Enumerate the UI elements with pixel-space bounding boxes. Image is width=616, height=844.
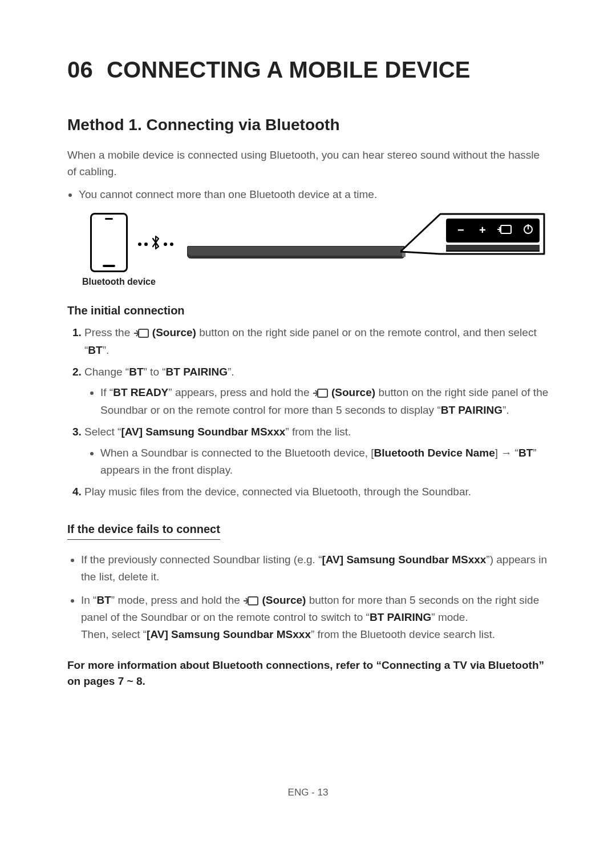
source-icon (313, 388, 329, 398)
subsection-initial-heading: The initial connection (67, 304, 549, 317)
bluetooth-connection-icon (138, 235, 173, 253)
fails-item-1: If the previously connected Soundbar lis… (81, 551, 549, 586)
note-item: You cannot connect more than one Bluetoo… (79, 186, 549, 203)
more-info: For more information about Bluetooth con… (67, 657, 549, 690)
note-list: You cannot connect more than one Bluetoo… (79, 186, 549, 203)
svg-text:−: − (457, 224, 464, 236)
fails-list: If the previously connected Soundbar lis… (81, 551, 549, 644)
phone-icon (90, 213, 128, 272)
step-3-sub: When a Soundbar is connected to the Blue… (100, 445, 549, 479)
section-heading: Method 1. Connecting via Bluetooth (67, 116, 549, 134)
page-footer: ENG - 13 (0, 787, 616, 798)
diagram-caption: Bluetooth device (82, 277, 549, 287)
side-panel-callout: − + (400, 207, 549, 276)
manual-page: 06CONNECTING A MOBILE DEVICE Method 1. C… (0, 0, 616, 844)
chapter-heading: 06CONNECTING A MOBILE DEVICE (67, 57, 549, 83)
step-3: Select “[AV] Samsung Soundbar MSxxx” fro… (84, 423, 549, 479)
fails-item-2: In “BT” mode, press and hold the (Source… (81, 592, 549, 644)
step-4: Play music files from the device, connec… (84, 483, 549, 500)
initial-steps: Press the (Source) button on the right s… (67, 324, 549, 501)
step-1: Press the (Source) button on the right s… (84, 324, 549, 359)
soundbar-icon (187, 246, 405, 259)
svg-rect-10 (248, 597, 258, 605)
chapter-title: CONNECTING A MOBILE DEVICE (107, 57, 471, 82)
svg-rect-2 (446, 251, 540, 252)
svg-text:+: + (479, 224, 486, 236)
subsection-fails-heading: If the device fails to connect (67, 523, 220, 540)
bluetooth-icon (151, 235, 161, 253)
svg-rect-1 (446, 245, 540, 251)
source-icon (243, 596, 259, 606)
svg-rect-9 (318, 389, 327, 397)
step-2-sub: If “BT READY” appears, press and hold th… (100, 384, 549, 419)
source-icon (133, 328, 149, 338)
connection-diagram: − + (67, 213, 549, 272)
chapter-number: 06 (67, 57, 93, 82)
svg-rect-8 (139, 329, 148, 337)
step-2: Change “BT” to “BT PAIRING”. If “BT READ… (84, 364, 549, 419)
section-lead: When a mobile device is connected using … (67, 147, 549, 180)
